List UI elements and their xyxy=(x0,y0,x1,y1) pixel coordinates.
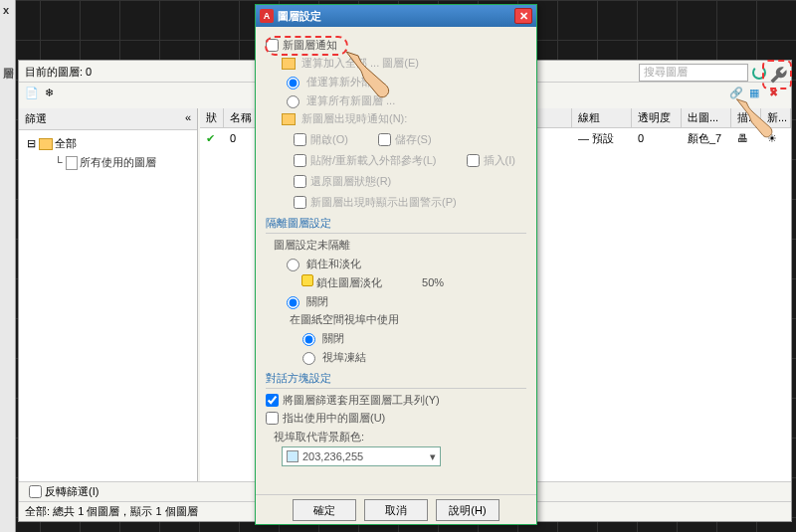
lock-fade-radio[interactable] xyxy=(287,259,299,271)
group-dialog: 對話方塊設定 xyxy=(266,371,526,389)
dialog-title: 圖層設定 xyxy=(278,9,321,24)
col-plot[interactable]: 出圖... xyxy=(682,108,731,127)
off-radio[interactable] xyxy=(287,296,299,309)
filter-header: 篩選 xyxy=(25,111,47,126)
pointer-hand-icon xyxy=(336,44,396,103)
dialog-titlebar[interactable]: A 圖層設定 ✕ xyxy=(256,5,536,27)
eval-all-radio xyxy=(287,95,299,108)
filter-tree-pane: 篩選 « ⊟ 全部 └ 所有使用的圖層 xyxy=(19,108,198,481)
dialog-close-button[interactable]: ✕ xyxy=(514,8,532,24)
apply-toolbar-checkbox[interactable] xyxy=(266,394,279,407)
bgcolor-combo[interactable]: 203,236,255 ▾ xyxy=(282,446,441,466)
col-lineweight[interactable]: 線粗 xyxy=(572,108,632,127)
search-input[interactable]: 搜尋圖層 xyxy=(639,64,748,82)
cancel-button[interactable]: 取消 xyxy=(364,499,428,521)
color-swatch xyxy=(287,450,298,462)
tree-all[interactable]: ⊟ 全部 xyxy=(27,134,189,153)
chevron-down-icon: ▾ xyxy=(430,450,436,463)
group-isolate: 隔離圖層設定 xyxy=(266,216,526,234)
pointer-hand-icon-2 xyxy=(728,88,778,147)
indicate-use-checkbox[interactable] xyxy=(266,412,279,425)
notify-save-checkbox xyxy=(378,133,391,146)
collapse-icon[interactable]: « xyxy=(185,111,191,126)
col-transparency[interactable]: 透明度 xyxy=(632,108,682,127)
invert-filter-label: 反轉篩選(I) xyxy=(45,484,99,499)
eval-xref-radio xyxy=(287,77,299,89)
new-layer-freeze-icon[interactable]: ❄ xyxy=(45,87,61,102)
notify-insert-checkbox xyxy=(467,154,480,167)
help-button[interactable]: 說明(H) xyxy=(436,499,499,521)
folder-icon xyxy=(282,113,296,125)
lock-icon xyxy=(301,274,313,286)
ok-button[interactable]: 確定 xyxy=(293,499,356,521)
new-layer-icon[interactable]: 📄 xyxy=(25,87,41,102)
folder-icon xyxy=(282,58,296,70)
layer-settings-dialog: A 圖層設定 ✕ 新圖層通知 運算加入全部 ... 圖層(E) 僅運算新外部 .… xyxy=(255,4,537,525)
notify-open-checkbox xyxy=(294,133,306,146)
not-isolated-label: 圖層設定未隔離 xyxy=(274,238,526,253)
col-status[interactable]: 狀 xyxy=(200,108,224,127)
close-icon[interactable]: x xyxy=(3,4,9,16)
notify-restore-checkbox xyxy=(294,175,306,188)
wrench-icon xyxy=(768,66,788,86)
vp-off-radio[interactable] xyxy=(302,333,315,346)
plot-warn-checkbox xyxy=(294,196,306,209)
tree-used[interactable]: └ 所有使用的圖層 xyxy=(27,153,189,172)
vp-freeze-radio[interactable] xyxy=(302,352,315,365)
vertical-titlebar: x 圖層 圖層性狀管理員 xyxy=(0,0,16,532)
invert-filter-checkbox[interactable] xyxy=(29,485,42,498)
notify-attach-checkbox xyxy=(294,154,306,167)
settings-button[interactable] xyxy=(762,60,792,89)
app-icon: A xyxy=(260,9,274,23)
